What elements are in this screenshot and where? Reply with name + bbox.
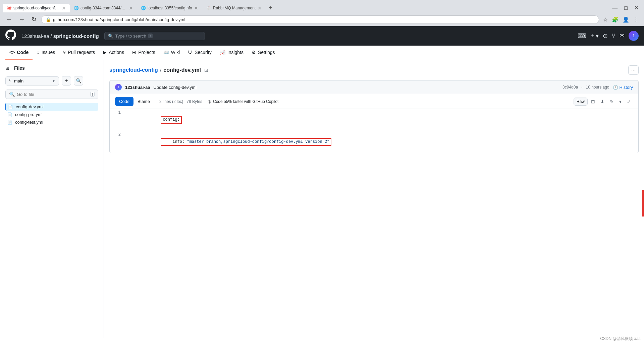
file-breadcrumb: springcloud-config / config-dev.yml ⊡ ··… bbox=[109, 65, 639, 75]
copy-raw-button[interactable]: ⊡ bbox=[589, 98, 597, 105]
new-plus-button[interactable]: + ▾ bbox=[590, 32, 599, 40]
nav-item-settings[interactable]: ⚙ Settings bbox=[248, 46, 279, 60]
inbox-button[interactable]: ✉ bbox=[620, 32, 625, 40]
code-tab-code[interactable]: Code bbox=[115, 97, 133, 106]
tabs-right-controls: — □ ✕ bbox=[609, 3, 641, 12]
tab-close-3[interactable]: ✕ bbox=[194, 6, 198, 10]
tab-4[interactable]: 🐇 RabbitMQ Management ✕ bbox=[202, 4, 266, 12]
file-item-config-test[interactable]: 📄 config-test.yml bbox=[5, 118, 98, 126]
tab-2[interactable]: 🌐 config-3344.com:3344/main/c... ✕ bbox=[70, 4, 137, 12]
repo-breadcrumb: 123shuai-aa / springcloud-config bbox=[21, 33, 99, 39]
menu-icon[interactable]: ⋮ bbox=[632, 16, 640, 23]
minimize-button[interactable]: — bbox=[609, 3, 620, 12]
nav-item-pull-requests[interactable]: ⑂ Pull requests bbox=[59, 46, 99, 60]
line-code-1: config: bbox=[126, 109, 638, 131]
terminal-button[interactable]: ⌨ bbox=[578, 32, 586, 40]
copy-path-button[interactable]: ⊡ bbox=[203, 67, 210, 73]
breadcrumb-repo-link[interactable]: springcloud-config bbox=[109, 67, 158, 73]
extensions-icon[interactable]: 🧩 bbox=[610, 16, 620, 23]
back-button[interactable]: ← bbox=[4, 15, 14, 24]
file-name-config-dev: config-dev.yml bbox=[16, 104, 44, 109]
nav-item-projects[interactable]: ⊞ Projects bbox=[128, 46, 159, 60]
file-meta-bar: 1 123shuai-aa Update config-dev.yml 3c94… bbox=[110, 80, 638, 94]
search-files-button[interactable]: 🔍 bbox=[74, 76, 83, 85]
tab-title-3: localhost:3355/configInfo bbox=[148, 6, 192, 10]
maximize-button[interactable]: □ bbox=[622, 3, 630, 12]
edit-button[interactable]: ✎ bbox=[608, 98, 616, 105]
go-to-file-bar[interactable]: 🔍 t bbox=[5, 90, 98, 99]
download-button[interactable]: ⬇ bbox=[598, 98, 606, 105]
file-item-config-pro[interactable]: 📄 config-pro.yml bbox=[5, 111, 98, 118]
pull-requests-icon: ⑂ bbox=[63, 50, 66, 55]
settings-icon: ⚙ bbox=[252, 50, 256, 55]
wiki-icon: 📖 bbox=[163, 50, 169, 55]
file-options-button[interactable]: ··· bbox=[628, 65, 639, 75]
nav-item-code[interactable]: <> Code bbox=[5, 46, 33, 60]
nav-item-wiki[interactable]: 📖 Wiki bbox=[159, 46, 184, 60]
go-to-file-icon: 🔍 bbox=[9, 92, 15, 97]
nav-item-issues[interactable]: ○ Issues bbox=[33, 46, 59, 60]
tab-close-4[interactable]: ✕ bbox=[258, 6, 262, 10]
tab-favicon-1: 🐙 bbox=[7, 6, 11, 10]
file-icon-config-test: 📄 bbox=[7, 120, 12, 125]
nav-item-actions[interactable]: ▶ Actions bbox=[99, 46, 128, 60]
search-shortcut: / bbox=[148, 34, 153, 38]
search-icon: 🔍 bbox=[108, 34, 113, 39]
file-item-config-dev[interactable]: 📄 config-dev.yml bbox=[5, 103, 98, 111]
pull-request-button[interactable]: ⑂ bbox=[612, 33, 615, 40]
history-icon: 🕐 bbox=[613, 85, 618, 90]
breadcrumb-user[interactable]: 123shuai-aa bbox=[21, 33, 49, 39]
branch-selector[interactable]: ⑂ main ▼ bbox=[5, 76, 59, 85]
github-logo bbox=[5, 30, 16, 42]
breadcrumb-separator-1: / bbox=[51, 33, 52, 39]
nav-item-insights[interactable]: 📈 Insights bbox=[216, 46, 248, 60]
commit-message: Update config-dev.yml bbox=[153, 85, 196, 90]
nav-item-security[interactable]: 🛡 Security bbox=[184, 46, 216, 60]
github-search[interactable]: 🔍 Type / to search / bbox=[104, 32, 205, 40]
refresh-button[interactable]: ↻ bbox=[30, 15, 39, 24]
breadcrumb-repo[interactable]: springcloud-config bbox=[53, 33, 99, 39]
browser-chrome: 🐙 springcloud-config/config-de... ✕ 🌐 co… bbox=[0, 0, 644, 26]
nav-label-issues: Issues bbox=[42, 50, 55, 55]
issues-notification-button[interactable]: ⊙ bbox=[603, 32, 608, 40]
tab-3[interactable]: 🌐 localhost:3355/configInfo ✕ bbox=[137, 4, 202, 12]
expand-view-button[interactable]: ⤢ bbox=[625, 98, 633, 105]
code-actions: Raw ⊡ ⬇ ✎ ▾ ⤢ bbox=[574, 98, 633, 106]
line-code-2: info: "master branch,springcloud-config/… bbox=[126, 131, 638, 153]
tab-1[interactable]: 🐙 springcloud-config/config-de... ✕ bbox=[3, 4, 70, 12]
search-box[interactable]: 🔍 Type / to search / bbox=[104, 32, 205, 40]
code-tabs-bar: Code Blame 2 lines (2 loc) · 78 Bytes ◎ … bbox=[110, 94, 638, 109]
profile-icon[interactable]: 👤 bbox=[621, 16, 631, 23]
security-icon: 🛡 bbox=[188, 50, 193, 55]
content-area: springcloud-config / config-dev.yml ⊡ ··… bbox=[104, 60, 644, 338]
more-actions-caret[interactable]: ▾ bbox=[617, 98, 624, 105]
code-icon: <> bbox=[9, 50, 15, 55]
nav-label-settings: Settings bbox=[258, 50, 275, 55]
tab-title-1: springcloud-config/config-de... bbox=[13, 6, 60, 10]
raw-button[interactable]: Raw bbox=[574, 98, 588, 106]
user-avatar[interactable]: 1 bbox=[629, 31, 639, 41]
history-button[interactable]: 🕐 History bbox=[613, 85, 633, 90]
nav-label-security: Security bbox=[195, 50, 212, 55]
close-browser-button[interactable]: ✕ bbox=[632, 3, 641, 12]
go-to-file-shortcut: t bbox=[90, 92, 95, 97]
scroll-indicator[interactable] bbox=[642, 190, 644, 217]
tab-title-2: config-3344.com:3344/main/c... bbox=[80, 6, 127, 10]
go-to-file-input[interactable] bbox=[17, 92, 88, 97]
sidebar: ⊞ Files ⑂ main ▼ + 🔍 🔍 t 📄 config-dev.ym… bbox=[0, 60, 104, 338]
url-bar[interactable]: 🔒 github.com/123shuai-aa/springcloud-con… bbox=[41, 15, 599, 24]
add-file-button[interactable]: + bbox=[62, 76, 71, 85]
code-tab-blame[interactable]: Blame bbox=[133, 97, 154, 106]
new-tab-button[interactable]: + bbox=[266, 3, 275, 13]
tab-close-2[interactable]: ✕ bbox=[129, 6, 133, 10]
file-viewer: 1 123shuai-aa Update config-dev.yml 3c94… bbox=[109, 80, 639, 153]
tab-close-1[interactable]: ✕ bbox=[62, 6, 66, 10]
commit-author-name[interactable]: 123shuai-aa bbox=[125, 85, 150, 90]
forward-button[interactable]: → bbox=[17, 15, 27, 24]
bookmark-icon[interactable]: ☆ bbox=[602, 16, 609, 23]
nav-label-actions: Actions bbox=[109, 50, 124, 55]
code-line-1: 1 config: bbox=[110, 109, 638, 131]
address-actions: ☆ 🧩 👤 ⋮ bbox=[602, 16, 640, 23]
tab-favicon-2: 🌐 bbox=[74, 6, 78, 10]
issues-icon: ○ bbox=[37, 50, 39, 55]
